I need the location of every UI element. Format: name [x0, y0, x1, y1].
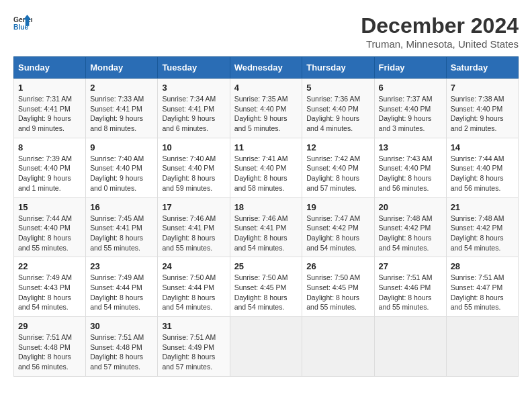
day-info: Sunrise: 7:35 AMSunset: 4:40 PMDaylight:…	[234, 95, 288, 132]
calendar-header-thursday: Thursday	[302, 57, 374, 79]
day-number: 13	[379, 142, 442, 152]
day-number: 5	[306, 83, 369, 93]
day-info: Sunrise: 7:34 AMSunset: 4:41 PMDaylight:…	[162, 95, 216, 132]
calendar-cell	[446, 317, 518, 377]
calendar-cell	[230, 317, 302, 377]
calendar-cell: 5 Sunrise: 7:36 AMSunset: 4:40 PMDayligh…	[302, 79, 374, 138]
calendar-cell: 16 Sunrise: 7:45 AMSunset: 4:41 PMDaylig…	[86, 197, 158, 257]
calendar-table: SundayMondayTuesdayWednesdayThursdayFrid…	[13, 56, 519, 377]
day-number: 15	[18, 202, 81, 212]
day-number: 26	[306, 261, 369, 271]
day-info: Sunrise: 7:51 AMSunset: 4:49 PMDaylight:…	[162, 333, 216, 371]
day-number: 10	[162, 142, 225, 152]
calendar-cell: 20 Sunrise: 7:48 AMSunset: 4:42 PMDaylig…	[374, 197, 446, 257]
calendar-header-sunday: Sunday	[14, 57, 86, 79]
calendar-cell: 23 Sunrise: 7:49 AMSunset: 4:44 PMDaylig…	[86, 257, 158, 317]
day-info: Sunrise: 7:49 AMSunset: 4:43 PMDaylight:…	[18, 273, 72, 311]
calendar-cell: 11 Sunrise: 7:41 AMSunset: 4:40 PMDaylig…	[230, 138, 302, 197]
title-area: December 2024 Truman, Minnesota, United …	[361, 13, 519, 50]
day-number: 18	[234, 202, 298, 212]
svg-text:General: General	[13, 16, 32, 24]
day-info: Sunrise: 7:40 AMSunset: 4:40 PMDaylight:…	[162, 154, 216, 192]
calendar-cell: 6 Sunrise: 7:37 AMSunset: 4:40 PMDayligh…	[374, 79, 446, 138]
calendar-header-friday: Friday	[374, 57, 446, 79]
day-number: 29	[18, 321, 81, 331]
day-number: 1	[18, 83, 81, 93]
day-number: 17	[162, 202, 225, 212]
day-number: 25	[234, 261, 298, 271]
day-info: Sunrise: 7:44 AMSunset: 4:40 PMDaylight:…	[18, 214, 72, 252]
calendar-cell: 7 Sunrise: 7:38 AMSunset: 4:40 PMDayligh…	[446, 79, 518, 138]
calendar-week-row: 15 Sunrise: 7:44 AMSunset: 4:40 PMDaylig…	[14, 197, 519, 257]
calendar-cell: 9 Sunrise: 7:40 AMSunset: 4:40 PMDayligh…	[86, 138, 158, 197]
day-number: 3	[162, 83, 225, 93]
calendar-cell: 21 Sunrise: 7:48 AMSunset: 4:42 PMDaylig…	[446, 197, 518, 257]
day-number: 14	[451, 142, 514, 152]
day-number: 12	[306, 142, 369, 152]
calendar-cell: 3 Sunrise: 7:34 AMSunset: 4:41 PMDayligh…	[158, 79, 230, 138]
header: General Blue December 2024 Truman, Minne…	[13, 13, 519, 50]
calendar-cell: 13 Sunrise: 7:43 AMSunset: 4:40 PMDaylig…	[374, 138, 446, 197]
day-number: 31	[162, 321, 225, 331]
day-info: Sunrise: 7:41 AMSunset: 4:40 PMDaylight:…	[234, 154, 288, 192]
day-number: 9	[90, 142, 153, 152]
calendar-cell: 17 Sunrise: 7:46 AMSunset: 4:41 PMDaylig…	[158, 197, 230, 257]
calendar-cell: 26 Sunrise: 7:50 AMSunset: 4:45 PMDaylig…	[302, 257, 374, 317]
day-number: 2	[90, 83, 153, 93]
day-number: 7	[451, 83, 514, 93]
calendar-cell: 2 Sunrise: 7:33 AMSunset: 4:41 PMDayligh…	[86, 79, 158, 138]
day-info: Sunrise: 7:43 AMSunset: 4:40 PMDaylight:…	[379, 154, 433, 192]
day-number: 19	[306, 202, 369, 212]
day-number: 6	[379, 83, 442, 93]
calendar-cell: 30 Sunrise: 7:51 AMSunset: 4:48 PMDaylig…	[86, 317, 158, 377]
day-number: 28	[451, 261, 514, 271]
calendar-week-row: 22 Sunrise: 7:49 AMSunset: 4:43 PMDaylig…	[14, 257, 519, 317]
day-info: Sunrise: 7:39 AMSunset: 4:40 PMDaylight:…	[18, 154, 72, 192]
calendar-cell: 14 Sunrise: 7:44 AMSunset: 4:40 PMDaylig…	[446, 138, 518, 197]
calendar-cell: 29 Sunrise: 7:51 AMSunset: 4:48 PMDaylig…	[14, 317, 86, 377]
day-number: 30	[90, 321, 153, 331]
calendar-header-saturday: Saturday	[446, 57, 518, 79]
day-info: Sunrise: 7:51 AMSunset: 4:46 PMDaylight:…	[379, 273, 433, 311]
day-number: 16	[90, 202, 153, 212]
calendar-week-row: 29 Sunrise: 7:51 AMSunset: 4:48 PMDaylig…	[14, 317, 519, 377]
day-info: Sunrise: 7:49 AMSunset: 4:44 PMDaylight:…	[90, 273, 144, 311]
day-info: Sunrise: 7:37 AMSunset: 4:40 PMDaylight:…	[379, 95, 433, 132]
day-info: Sunrise: 7:42 AMSunset: 4:40 PMDaylight:…	[306, 154, 360, 192]
day-info: Sunrise: 7:38 AMSunset: 4:40 PMDaylight:…	[451, 95, 504, 132]
day-info: Sunrise: 7:51 AMSunset: 4:48 PMDaylight:…	[18, 333, 72, 371]
calendar-cell: 24 Sunrise: 7:50 AMSunset: 4:44 PMDaylig…	[158, 257, 230, 317]
logo: General Blue	[13, 13, 32, 32]
calendar-cell: 10 Sunrise: 7:40 AMSunset: 4:40 PMDaylig…	[158, 138, 230, 197]
calendar-cell: 31 Sunrise: 7:51 AMSunset: 4:49 PMDaylig…	[158, 317, 230, 377]
day-number: 23	[90, 261, 153, 271]
day-info: Sunrise: 7:46 AMSunset: 4:41 PMDaylight:…	[162, 214, 216, 252]
calendar-header-row: SundayMondayTuesdayWednesdayThursdayFrid…	[14, 57, 519, 79]
calendar-cell: 27 Sunrise: 7:51 AMSunset: 4:46 PMDaylig…	[374, 257, 446, 317]
day-info: Sunrise: 7:40 AMSunset: 4:40 PMDaylight:…	[90, 154, 144, 192]
day-number: 27	[379, 261, 442, 271]
calendar-cell: 1 Sunrise: 7:31 AMSunset: 4:41 PMDayligh…	[14, 79, 86, 138]
main-title: December 2024	[361, 13, 519, 38]
day-info: Sunrise: 7:48 AMSunset: 4:42 PMDaylight:…	[451, 214, 504, 252]
day-number: 24	[162, 261, 225, 271]
day-number: 20	[379, 202, 442, 212]
day-info: Sunrise: 7:45 AMSunset: 4:41 PMDaylight:…	[90, 214, 144, 252]
day-info: Sunrise: 7:44 AMSunset: 4:40 PMDaylight:…	[451, 154, 504, 192]
calendar-cell	[302, 317, 374, 377]
logo-icon: General Blue	[13, 13, 32, 32]
calendar-cell: 19 Sunrise: 7:47 AMSunset: 4:42 PMDaylig…	[302, 197, 374, 257]
day-info: Sunrise: 7:48 AMSunset: 4:42 PMDaylight:…	[379, 214, 433, 252]
calendar-cell: 25 Sunrise: 7:50 AMSunset: 4:45 PMDaylig…	[230, 257, 302, 317]
calendar-cell: 28 Sunrise: 7:51 AMSunset: 4:47 PMDaylig…	[446, 257, 518, 317]
day-info: Sunrise: 7:50 AMSunset: 4:45 PMDaylight:…	[306, 273, 360, 311]
calendar-cell: 8 Sunrise: 7:39 AMSunset: 4:40 PMDayligh…	[14, 138, 86, 197]
day-number: 22	[18, 261, 81, 271]
calendar-header-monday: Monday	[86, 57, 158, 79]
calendar-header-tuesday: Tuesday	[158, 57, 230, 79]
day-number: 4	[234, 83, 298, 93]
day-info: Sunrise: 7:51 AMSunset: 4:47 PMDaylight:…	[451, 273, 504, 311]
day-info: Sunrise: 7:31 AMSunset: 4:41 PMDaylight:…	[18, 95, 72, 132]
calendar-cell	[374, 317, 446, 377]
subtitle: Truman, Minnesota, United States	[361, 38, 519, 50]
